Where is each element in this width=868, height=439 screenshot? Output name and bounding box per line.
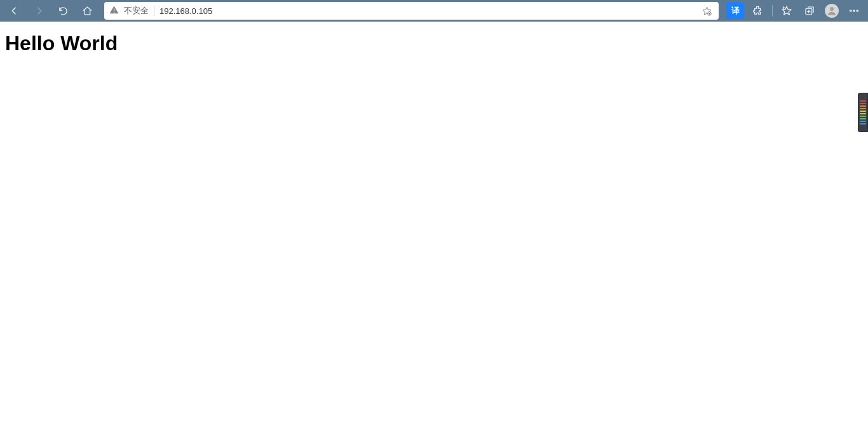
svg-rect-1 xyxy=(114,12,114,13)
browser-toolbar: 不安全 192.168.0.105 译 xyxy=(0,0,868,22)
profile-button[interactable] xyxy=(825,4,839,18)
address-separator xyxy=(154,6,154,16)
translate-label: 译 xyxy=(731,5,740,17)
page-heading: Hello World xyxy=(5,32,863,55)
translate-button[interactable]: 译 xyxy=(726,3,744,19)
side-bar-stripe xyxy=(860,108,866,109)
side-bar-stripe xyxy=(860,123,866,125)
side-bar-stripe xyxy=(860,111,866,112)
toolbar-separator xyxy=(772,5,773,17)
back-button[interactable] xyxy=(4,2,25,20)
more-button[interactable] xyxy=(844,2,864,20)
home-button[interactable] xyxy=(76,2,98,20)
svg-point-5 xyxy=(850,10,851,11)
side-bar-stripe xyxy=(860,121,866,122)
collections-button[interactable] xyxy=(799,2,820,20)
url-text: 192.168.0.105 xyxy=(159,6,695,16)
extensions-button[interactable] xyxy=(748,2,768,20)
favorite-button[interactable] xyxy=(700,4,714,18)
side-bar-stripe xyxy=(860,118,866,119)
page-content: Hello World xyxy=(0,22,868,65)
refresh-button[interactable] xyxy=(52,2,74,20)
security-label: 不安全 xyxy=(124,5,149,17)
favorites-button[interactable] xyxy=(776,2,797,20)
not-secure-icon xyxy=(109,5,119,17)
side-panel-tab[interactable] xyxy=(858,93,868,132)
svg-point-6 xyxy=(853,10,855,11)
side-bar-stripe xyxy=(860,116,866,117)
svg-point-7 xyxy=(857,10,858,11)
side-bar-stripe xyxy=(860,103,866,104)
address-bar[interactable]: 不安全 192.168.0.105 xyxy=(104,2,719,20)
svg-point-4 xyxy=(830,7,834,11)
forward-button[interactable] xyxy=(28,2,50,20)
side-bar-stripe xyxy=(860,100,866,102)
side-bar-stripe xyxy=(860,105,866,107)
side-bar-stripe xyxy=(860,113,866,114)
svg-rect-0 xyxy=(114,9,114,11)
